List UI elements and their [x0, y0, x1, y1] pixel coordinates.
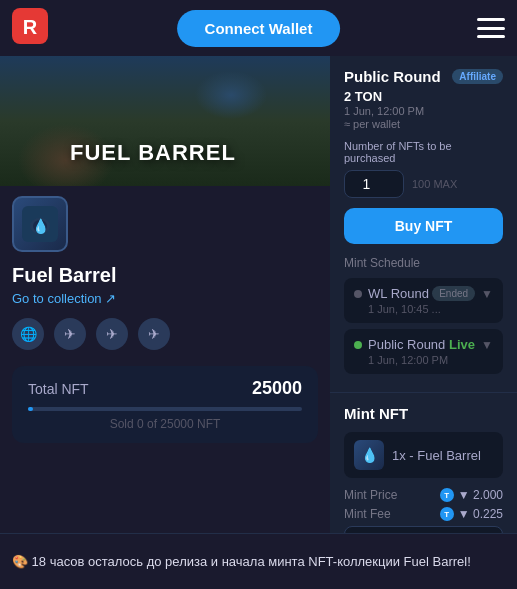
public-round-chevron: ▼ — [481, 338, 493, 352]
logo-icon: R — [12, 8, 48, 48]
buy-nft-button[interactable]: Buy NFT — [344, 208, 503, 244]
telegram-icon-2[interactable]: ✈ — [96, 318, 128, 350]
bottom-bar: 🎨 18 часов осталось до релиза и начала м… — [0, 533, 517, 589]
mint-nft-title: Mint NFT — [344, 405, 503, 422]
mint-item-card: 💧 1x - Fuel Barrel — [344, 432, 503, 478]
wl-round-dot — [354, 290, 362, 298]
public-round-dot — [354, 341, 362, 349]
mint-price-label: Mint Price — [344, 488, 397, 502]
total-nft-card: Total NFT 25000 Sold 0 of 25000 NFT — [12, 366, 318, 443]
svg-text:💧: 💧 — [32, 218, 50, 235]
telegram-icon-3[interactable]: ✈ — [138, 318, 170, 350]
mint-item-icon: 💧 — [354, 440, 384, 470]
wl-round-date: 1 Jun, 10:45 ... — [354, 303, 493, 315]
nft-project-icon: 💧 — [12, 196, 68, 252]
round-date: 1 Jun, 12:00 PM — [344, 105, 503, 117]
progress-fill — [28, 407, 33, 411]
ton-icon-fee: T — [440, 507, 454, 521]
public-round-schedule-name: Public Round Live — [368, 337, 481, 352]
social-icons: 🌐 ✈ ✈ ✈ — [0, 314, 330, 362]
hero-title: FUEL BARREL — [70, 140, 236, 166]
public-round-section: Public Round Affiliate 2 TON 1 Jun, 12:0… — [330, 56, 517, 393]
round-price: 2 TON — [344, 89, 503, 104]
nft-count-input[interactable] — [344, 170, 404, 198]
ton-icon-price: T — [440, 488, 454, 502]
total-nft-label: Total NFT — [28, 381, 89, 397]
hero-banner: FUEL BARREL — [0, 56, 330, 186]
collection-link[interactable]: Go to collection ↗ — [0, 289, 330, 314]
main-layout: FUEL BARREL 💧 Fuel Barrel Go to collecti… — [0, 56, 517, 533]
left-panel: FUEL BARREL 💧 Fuel Barrel Go to collecti… — [0, 56, 330, 533]
wl-round-chevron: ▼ — [481, 287, 493, 301]
nft-icon-container: 💧 — [0, 186, 330, 256]
schedule-item-public[interactable]: Public Round Live ▼ 1 Jun, 12:00 PM — [344, 329, 503, 374]
right-panel: Public Round Affiliate 2 TON 1 Jun, 12:0… — [330, 56, 517, 533]
round-per-wallet: ≈ per wallet — [344, 118, 503, 130]
public-round-schedule-date: 1 Jun, 12:00 PM — [354, 354, 493, 366]
network-fee-card: Network Free T ▼ 0.1 i Will be returned … — [344, 526, 503, 533]
mint-nft-section: Mint NFT 💧 1x - Fuel Barrel Mint Price T… — [330, 393, 517, 533]
sold-text: Sold 0 of 25000 NFT — [28, 417, 302, 431]
mint-fee-row: Mint Fee T ▼ 0.225 — [344, 507, 503, 521]
mint-fee-label: Mint Fee — [344, 507, 391, 521]
mint-fee-value: T ▼ 0.225 — [440, 507, 503, 521]
bottom-bar-text: 🎨 18 часов осталось до релиза и начала м… — [12, 554, 471, 569]
schedule-item-wl[interactable]: WL Round Ended ▼ 1 Jun, 10:45 ... — [344, 278, 503, 323]
globe-icon[interactable]: 🌐 — [12, 318, 44, 350]
mint-price-value: T ▼ 2.000 — [440, 488, 503, 502]
max-label: 100 MAX — [412, 178, 457, 190]
top-bar: R Connect Wallet — [0, 0, 517, 56]
wl-round-badge: Ended — [432, 286, 475, 301]
mint-price-row: Mint Price T ▼ 2.000 — [344, 488, 503, 502]
connect-wallet-button[interactable]: Connect Wallet — [177, 10, 341, 47]
wl-round-name: WL Round — [368, 286, 432, 301]
nft-count-input-row: 100 MAX — [344, 170, 503, 198]
telegram-icon-1[interactable]: ✈ — [54, 318, 86, 350]
project-title: Fuel Barrel — [0, 256, 330, 289]
progress-bar — [28, 407, 302, 411]
nft-count-label: Number of NFTs to be purchased — [344, 140, 503, 164]
affiliate-badge: Affiliate — [452, 69, 503, 84]
mint-schedule-label: Mint Schedule — [344, 256, 503, 270]
hamburger-menu-icon[interactable] — [477, 18, 505, 38]
total-nft-value: 25000 — [252, 378, 302, 399]
public-round-title: Public Round — [344, 68, 441, 85]
svg-text:R: R — [23, 16, 38, 38]
mint-item-name: 1x - Fuel Barrel — [392, 448, 481, 463]
